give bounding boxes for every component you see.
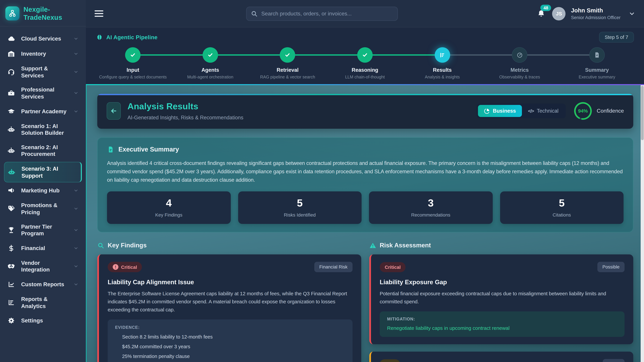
stat-label: Key Findings — [110, 212, 227, 218]
business-view-button[interactable]: Business — [478, 105, 522, 117]
section-title: Key Findings — [108, 242, 146, 249]
technical-label: Technical — [537, 108, 558, 114]
user-name: John Smith — [571, 7, 620, 14]
likelihood-tag: Possible — [598, 262, 624, 272]
key-findings-section: Key Findings ! Critical Financial Risk L… — [97, 242, 361, 362]
step-name: Retrieval — [249, 67, 326, 73]
search-input[interactable] — [246, 6, 398, 21]
sidebar-item-label: Scenario 2: AI Procurement — [21, 144, 69, 158]
step-agents-circle[interactable] — [202, 47, 218, 63]
mitigation-label: MITIGATION: — [387, 317, 617, 322]
step-desc: RAG pipeline & vector search — [249, 75, 326, 79]
view-toggle: Business </> Technical — [477, 104, 566, 118]
summary-stats: 4 Key Findings 5 Risks Identified 3 Reco… — [107, 192, 624, 224]
risk-assessment-section: Risk Assessment Critical Possible Liabil… — [369, 242, 633, 362]
stat-value: 4 — [110, 197, 227, 209]
technical-view-button[interactable]: </> Technical — [522, 105, 564, 117]
sidebar-item-label: Partner Tier Program — [21, 223, 69, 237]
global-search — [246, 6, 398, 21]
warehouse-icon — [8, 50, 15, 58]
sidebar-item-label: Professional Services — [21, 86, 69, 100]
sidebar-item-partner-academy[interactable]: Partner Academy — [4, 104, 82, 118]
executive-summary-title: Executive Summary — [118, 146, 179, 153]
step-summary-circle[interactable] — [589, 47, 605, 63]
chevron-down-icon — [74, 51, 78, 56]
sidebar-item-promotions-pricing[interactable]: Promotions & Pricing — [4, 199, 82, 219]
step-results-current: Results Analysis & insights — [404, 47, 481, 79]
risk-card: High Likely Data Compliance Gap Missing … — [369, 352, 633, 362]
step-retrieval: Retrieval RAG pipeline & vector search — [249, 47, 326, 79]
stat-label: Risks Identified — [241, 212, 358, 218]
step-input: Input Configure query & select documents — [94, 47, 172, 79]
chevron-down-icon — [74, 109, 78, 114]
chevron-down-icon — [74, 282, 78, 287]
sidebar-item-cloud-services[interactable]: Cloud Services — [4, 32, 82, 45]
chevron-down-icon — [74, 91, 78, 96]
finding-card: ! Critical Financial Risk Liability Cap … — [97, 255, 361, 362]
sidebar-item-financial[interactable]: Financial — [4, 241, 82, 255]
stat-recommendations: 3 Recommendations — [369, 192, 492, 224]
step-desc: Multi-agent orchestration — [172, 75, 249, 79]
user-menu-chevron-icon[interactable] — [628, 10, 635, 17]
step-input-circle[interactable] — [125, 47, 141, 63]
back-button[interactable] — [107, 102, 121, 120]
document-icon — [107, 146, 114, 153]
sidebar-item-custom-reports[interactable]: Custom Reports — [4, 278, 82, 291]
sidebar-item-reports-analytics[interactable]: Reports & Analytics — [4, 293, 82, 313]
chevron-down-icon — [74, 206, 78, 211]
section-title: Risk Assessment — [380, 242, 431, 249]
risk-title: Liability Exposure Gap — [380, 279, 624, 286]
chevron-down-icon — [74, 246, 78, 251]
brand-name: Nexgile-TradeNexus — [24, 5, 81, 21]
sidebar-item-scenario-1[interactable]: Scenario 1: AI Solution Builder — [4, 119, 82, 139]
sidebar-item-support-services[interactable]: Support & Services — [4, 62, 82, 82]
step-summary: Summary Executive summary — [558, 47, 636, 79]
magnifier-icon — [97, 242, 104, 249]
scrollbar-thumb[interactable] — [641, 86, 644, 140]
sidebar-item-scenario-3-active[interactable]: Scenario 3: AI Support — [4, 162, 82, 183]
scrollbar-track[interactable] — [641, 85, 644, 362]
tags-icon — [8, 205, 15, 213]
sidebar-item-inventory[interactable]: Inventory — [4, 47, 82, 61]
evidence-box: EVIDENCE: Section 8.2 limits liability t… — [108, 320, 352, 362]
sidebar-item-settings[interactable]: Settings — [4, 314, 82, 328]
search-icon — [250, 10, 258, 17]
pipeline-section: AI Agentic Pipeline Step 5 of 7 Input Co… — [86, 27, 644, 84]
notification-count-badge: 48 — [540, 5, 551, 11]
results-chart-icon — [439, 51, 446, 58]
step-retrieval-circle[interactable] — [280, 47, 295, 63]
sidebar-item-vendor-integration[interactable]: Vendor Integration — [4, 256, 82, 276]
chevron-down-icon — [74, 264, 78, 269]
notifications-button[interactable]: 48 — [536, 7, 547, 20]
brand: Nexgile-TradeNexus — [0, 0, 86, 26]
check-icon — [284, 51, 291, 59]
check-icon — [361, 51, 368, 59]
app-window: Nexgile-TradeNexus Cloud Services Invent… — [0, 0, 644, 362]
dollar-icon — [8, 244, 15, 252]
avatar[interactable]: JS — [552, 7, 566, 20]
analysis-header-panel: Analysis Results AI-Generated Insights, … — [97, 94, 633, 129]
sidebar-item-professional-services[interactable]: Professional Services — [4, 83, 82, 103]
risk-body: Potential financial exposure exceeding c… — [380, 290, 624, 306]
content-area: Analysis Results AI-Generated Insights, … — [86, 85, 644, 362]
step-indicator-badge: Step 5 of 7 — [599, 32, 634, 42]
confidence-indicator: 94% Confidence — [573, 101, 624, 121]
sidebar-item-scenario-2[interactable]: Scenario 2: AI Procurement — [4, 141, 82, 161]
stat-label: Recommendations — [372, 212, 489, 218]
hamburger-menu-icon[interactable] — [94, 10, 103, 17]
step-reasoning-circle[interactable] — [357, 47, 373, 63]
user-info: John Smith Senior Admission Officer — [571, 7, 620, 20]
pipeline-title: AI Agentic Pipeline — [106, 34, 158, 40]
sidebar-item-label: Support & Services — [21, 65, 69, 79]
step-results-circle[interactable] — [434, 47, 450, 63]
pipeline-steps: Input Configure query & select documents… — [86, 47, 644, 79]
step-reasoning: Reasoning LLM chain-of-thought — [326, 47, 404, 79]
topbar-right: 48 JS John Smith Senior Admission Office… — [536, 7, 635, 20]
step-name: Reasoning — [326, 67, 404, 73]
trophy-icon — [8, 226, 15, 234]
severity-badge: Critical — [380, 262, 406, 272]
chevron-down-icon — [74, 188, 78, 193]
sidebar-item-marketing-hub[interactable]: Marketing Hub — [4, 184, 82, 198]
step-metrics-circle[interactable] — [512, 47, 527, 63]
sidebar-item-partner-tier-program[interactable]: Partner Tier Program — [4, 220, 82, 240]
